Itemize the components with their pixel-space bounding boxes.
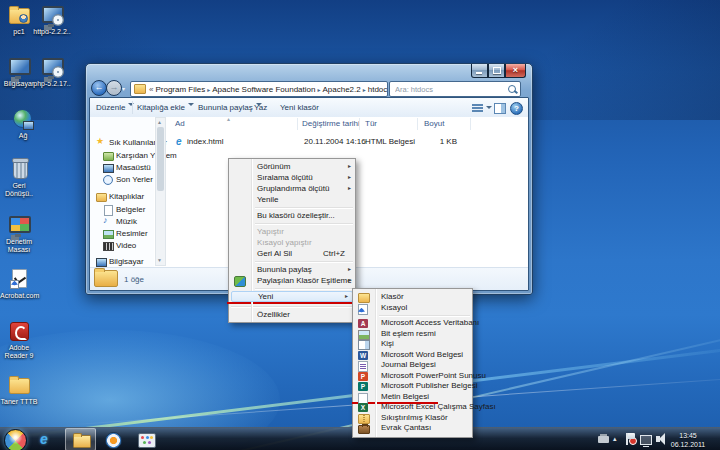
search-box[interactable] (389, 81, 521, 97)
preview-pane-icon[interactable] (494, 103, 506, 114)
network-tray-icon[interactable] (640, 435, 652, 445)
scrollbar-thumb[interactable] (157, 127, 164, 191)
address-bar[interactable]: « Program Files ▸ Apache Software Founda… (130, 81, 388, 97)
excel-icon: X (358, 403, 368, 412)
submenu-item-contact[interactable]: Kişi (353, 339, 472, 350)
toolbar-share-with-button[interactable]: Bununla paylaş (198, 103, 262, 112)
computer-icon (96, 258, 107, 267)
back-button[interactable]: ← (91, 80, 107, 96)
taskbar-paint[interactable] (131, 428, 162, 450)
control-panel-icon (7, 214, 31, 236)
scroll-up-icon[interactable]: ▲ (157, 120, 162, 125)
column-header-size[interactable]: Boyut (424, 119, 444, 128)
crumb-separator-icon: ▸ (207, 86, 210, 93)
maximize-button[interactable] (488, 64, 505, 78)
taskbar-windows-explorer[interactable] (65, 428, 96, 450)
sidebar-item-computer[interactable]: Bilgisayar (96, 256, 144, 267)
menu-separator (231, 306, 353, 307)
file-name: index.html (187, 135, 223, 148)
breadcrumb-segment[interactable]: htdocs (368, 85, 388, 94)
submenu-arrow-icon: ▸ (348, 264, 351, 275)
desktop-icon-taner-folder[interactable]: Taner TTTB (0, 374, 38, 406)
action-center-flag-icon[interactable] (626, 433, 635, 445)
minimize-button[interactable] (471, 64, 488, 78)
menu-item-refresh[interactable]: Yenile (229, 194, 355, 205)
submenu-item-text-document[interactable]: Metin Belgesi (353, 392, 472, 403)
taskbar-media-player[interactable] (98, 428, 129, 450)
taskbar-internet-explorer[interactable]: e (32, 428, 63, 450)
submenu-item-journal-document[interactable]: Journal Belgesi (353, 360, 472, 371)
desktop-icon-php-installer[interactable]: php-5.2.17.. (33, 56, 71, 88)
title-bar[interactable] (86, 64, 532, 78)
breadcrumb-segment[interactable]: Apache Software Foundation (212, 85, 315, 94)
submenu-item-access-database[interactable]: AMicrosoft Access Veritabanı (353, 318, 472, 329)
menu-item-sort-by[interactable]: Sıralama ölçütü▸ (229, 172, 355, 183)
sidebar-label: Kitaplıklar (109, 192, 144, 201)
column-header-type[interactable]: Tür (365, 119, 377, 128)
toolbar-new-folder-button[interactable]: Yeni klasör (280, 103, 319, 112)
submenu-item-shortcut[interactable]: Kısayol (353, 303, 472, 314)
file-row-index-html[interactable]: e index.html 20.11.2004 14:16 HTML Belge… (165, 135, 528, 148)
menu-label: Klasör (381, 292, 404, 301)
menu-item-shared-folder-sync[interactable]: Paylaşılan Klasör Eşitleme▸ (229, 275, 355, 286)
volume-icon[interactable] (656, 436, 660, 442)
toolbar-burn-button[interactable]: Yaz (254, 103, 267, 112)
menu-label: Yeni (258, 292, 273, 301)
submenu-item-excel-worksheet[interactable]: XMicrosoft Excel Çalışma Sayfası (353, 402, 472, 413)
help-icon[interactable]: ? (510, 102, 523, 115)
desktop-icon-network[interactable]: Ağ (4, 108, 42, 140)
toolbar-add-to-library-button[interactable]: Kitaplığa ekle (137, 103, 194, 112)
desktop-icon-control-panel[interactable]: Denetim Masası (0, 214, 38, 254)
sidebar-item-libraries[interactable]: Kitaplıklar (96, 191, 144, 202)
submenu-item-folder[interactable]: Klasör (353, 292, 472, 303)
menu-item-view[interactable]: Görünüm▸ (229, 161, 355, 172)
recent-pages-caret-icon[interactable]: ▾ (122, 85, 125, 92)
desktop-icon-acrobat-com[interactable]: Acrobat.com (0, 268, 38, 300)
scroll-down-icon[interactable]: ▼ (157, 258, 162, 263)
desktop-icon-adobe-reader[interactable]: Adobe Reader 9 (0, 320, 38, 360)
menu-label: Yenile (257, 195, 279, 204)
toolbar-organize-button[interactable]: Düzenle (96, 103, 134, 112)
change-view-icon[interactable] (472, 104, 483, 112)
bitmap-image-icon (358, 330, 370, 340)
menu-item-share-with[interactable]: Bununla paylaş▸ (229, 264, 355, 275)
sidebar-item-documents[interactable]: Belgeler (103, 204, 145, 215)
submenu-arrow-icon: ▸ (348, 275, 351, 286)
menu-item-undo-delete[interactable]: Geri Al SilCtrl+Z (229, 248, 355, 259)
start-button[interactable] (4, 429, 27, 450)
desktop-icon-label: php-5.2.17.. (33, 80, 71, 88)
close-button[interactable]: × (505, 64, 526, 78)
submenu-item-word-document[interactable]: WMicrosoft Word Belgesi (353, 350, 472, 361)
sidebar-item-video[interactable]: Video (103, 240, 136, 251)
submenu-item-briefcase[interactable]: Evrak Çantası (353, 423, 472, 434)
submenu-item-publisher-document[interactable]: PMicrosoft Publisher Belgesi (353, 381, 472, 392)
shared-folder-icon (7, 4, 31, 26)
sidebar-item-music[interactable]: ♪Müzik (103, 216, 137, 227)
desktop-icon-label: Geri Dönüşü.. (0, 182, 38, 198)
menu-item-customize-folder[interactable]: Bu klasörü özelleştir... (229, 210, 355, 221)
printer-tray-icon[interactable] (598, 436, 609, 443)
breadcrumb-segment[interactable]: Program Files (155, 85, 205, 94)
show-hidden-icons-icon[interactable]: ▴ (613, 435, 617, 443)
menu-item-group-by[interactable]: Gruplandırma ölçütü▸ (229, 183, 355, 194)
search-input[interactable] (393, 83, 505, 96)
column-header-modified[interactable]: Değiştirme tarihi (302, 119, 360, 128)
views-caret-icon[interactable] (486, 106, 492, 112)
breadcrumb-segment[interactable]: Apache2.2 (322, 85, 360, 94)
powerpoint-icon: P (358, 372, 368, 381)
menu-label: Sıralama ölçütü (257, 173, 313, 182)
submenu-item-bitmap-image[interactable]: Bit eşlem resmi (353, 329, 472, 340)
taskbar-clock[interactable]: 13:45 06.12.2011 (668, 431, 708, 449)
menu-item-new[interactable]: Yeni▸ (231, 291, 353, 302)
menu-item-properties[interactable]: Özellikler (229, 309, 355, 320)
sidebar-item-desktop[interactable]: Masaüstü (103, 162, 151, 173)
desktop-icon-httpd-installer[interactable]: httpd-2.2.2.. (33, 4, 71, 36)
submenu-item-powerpoint-presentation[interactable]: PMicrosoft PowerPoint Sunusu (353, 371, 472, 382)
desktop-icon-recycle-bin[interactable]: Geri Dönüşü.. (0, 158, 38, 198)
sidebar-item-pictures[interactable]: Resimler (103, 228, 148, 239)
desktop[interactable]: pc1 httpd-2.2.2.. Bilgisayar php-5.2.17.… (0, 0, 720, 450)
submenu-item-compressed-folder[interactable]: Sıkıştırılmış Klasör (353, 413, 472, 424)
forward-button[interactable]: → (106, 80, 122, 96)
column-header-name[interactable]: Ad (175, 119, 185, 128)
sidebar-item-recent-places[interactable]: Son Yerler (103, 174, 153, 185)
